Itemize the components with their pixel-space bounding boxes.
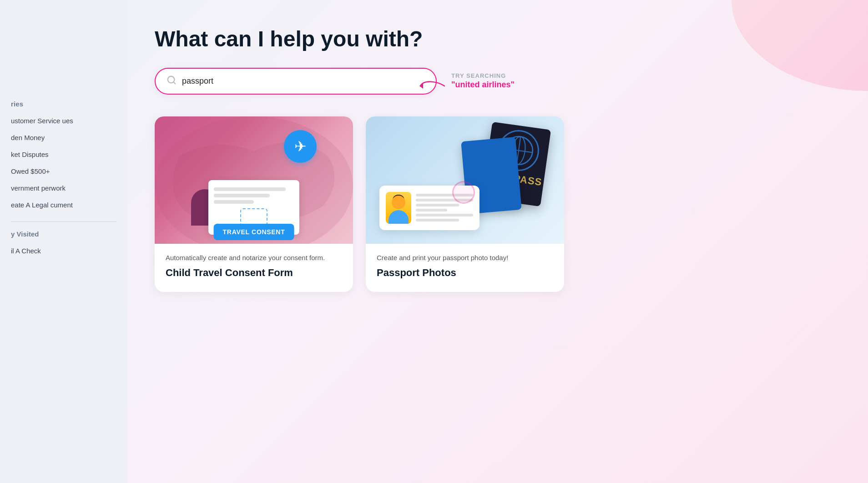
cards-grid: ✈ TRAVEL CONSENT A: [155, 116, 564, 292]
doc-line-2: [214, 194, 270, 197]
try-searching-label: TRY SEARCHING: [451, 72, 506, 79]
card-title-travel-consent: Child Travel Consent Form: [166, 267, 342, 279]
sidebar-item-hidden-money[interactable]: den Money: [0, 129, 127, 146]
sidebar-item-market-disputes[interactable]: ket Disputes: [0, 146, 127, 163]
avatar-body: [389, 210, 409, 224]
sidebar-item-mail-check[interactable]: il A Check: [0, 242, 127, 259]
id-avatar: [386, 192, 411, 224]
search-input[interactable]: [182, 76, 425, 86]
plane-icon: ✈: [294, 138, 307, 155]
sidebar-item-owed-money[interactable]: Owed $500+: [0, 163, 127, 180]
card-passport-photos[interactable]: PASS: [366, 116, 564, 292]
card-subtitle-passport: Create and print your passport photo tod…: [377, 253, 553, 263]
doc-line-3: [214, 200, 254, 204]
sidebar: ries ustomer Service ues den Money ket D…: [0, 0, 127, 483]
card-title-passport: Passport Photos: [377, 267, 553, 279]
id-line-3: [416, 204, 459, 206]
id-line-6: [416, 219, 459, 221]
id-stamp: [452, 181, 475, 204]
sidebar-item-government-paperwork[interactable]: vernment perwork: [0, 180, 127, 196]
card-child-travel-consent[interactable]: ✈ TRAVEL CONSENT A: [155, 116, 353, 292]
search-icon: [167, 75, 177, 87]
travel-consent-badge: TRAVEL CONSENT: [214, 224, 294, 240]
id-card: [379, 186, 479, 230]
travel-consent-background: ✈ TRAVEL CONSENT: [155, 116, 353, 244]
id-line-4: [416, 209, 447, 211]
try-searching-value[interactable]: "united airlines": [451, 80, 515, 90]
main-content: What can I help you with? TRY SEARCHING …: [127, 0, 868, 483]
doc-line-1: [214, 187, 286, 191]
sidebar-categories-title: ries: [0, 100, 127, 112]
card-subtitle-travel-consent: Automatically create and notarize your c…: [166, 253, 342, 263]
card-body-passport: Create and print your passport photo tod…: [366, 244, 564, 292]
sidebar-divider: [11, 221, 116, 222]
sidebar-recently-visited-title: y Visited: [0, 230, 127, 242]
arrow-icon: [419, 77, 447, 95]
svg-line-1: [173, 82, 175, 84]
search-area: TRY SEARCHING "united airlines": [155, 68, 832, 95]
sidebar-item-customer-service[interactable]: ustomer Service ues: [0, 112, 127, 129]
id-line-5: [416, 214, 473, 216]
page-title: What can I help you with?: [155, 27, 832, 51]
card-image-travel-consent: ✈ TRAVEL CONSENT: [155, 116, 353, 244]
search-box[interactable]: [155, 68, 437, 95]
card-body-travel-consent: Automatically create and notarize your c…: [155, 244, 353, 292]
doc-lines: [214, 187, 294, 204]
card-image-passport: PASS: [366, 116, 564, 244]
passport-photo-background: PASS: [366, 116, 564, 244]
try-searching-hint: TRY SEARCHING "united airlines": [451, 72, 515, 90]
plane-circle: ✈: [284, 130, 317, 163]
sidebar-item-legal-document[interactable]: eate A Legal cument: [0, 196, 127, 213]
avatar-head: [392, 196, 405, 209]
